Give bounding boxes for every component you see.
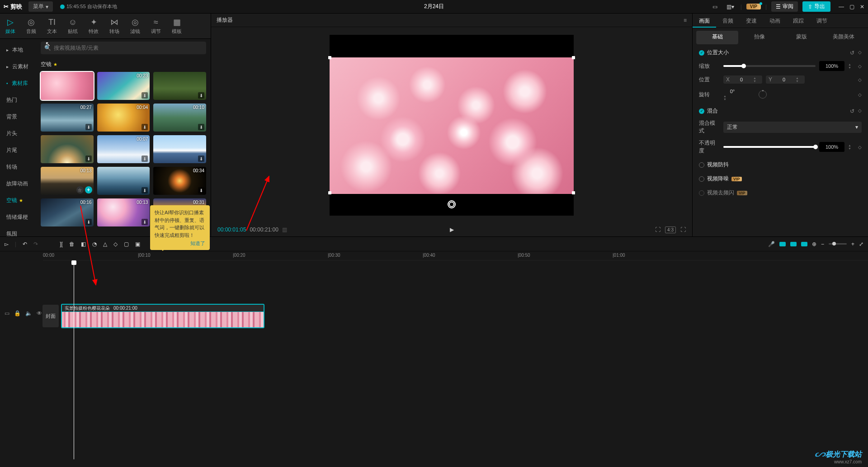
- undo-icon[interactable]: ↶: [23, 241, 27, 247]
- keyframe-icon[interactable]: ◇: [858, 77, 862, 82]
- zoom-slider[interactable]: [829, 243, 847, 245]
- asset-thumb[interactable]: ⬇: [41, 135, 94, 163]
- subtab-beauty[interactable]: 美颜美体: [822, 31, 864, 44]
- download-icon[interactable]: ⬇: [198, 187, 204, 193]
- asset-thumb[interactable]: ⬇: [97, 167, 150, 195]
- export-button[interactable]: ⇧导出: [802, 1, 830, 12]
- asset-thumb[interactable]: ⬇: [153, 135, 206, 163]
- stepper-icon[interactable]: ▲▼: [753, 76, 760, 83]
- pointer-tool-icon[interactable]: ▻: [5, 241, 9, 247]
- download-icon[interactable]: ⬇: [142, 156, 148, 162]
- aspect-ratio[interactable]: 4:3: [665, 226, 676, 233]
- download-icon[interactable]: ⬇: [198, 156, 204, 162]
- check-on-icon[interactable]: ✓: [699, 50, 704, 56]
- ai-icon[interactable]: ▣: [135, 241, 140, 247]
- timeline-clip[interactable]: 实景拍摄粉色樱花花朵 00:00:21:00: [61, 304, 264, 328]
- download-icon[interactable]: ⬇: [198, 92, 204, 99]
- subtab-basic[interactable]: 基础: [696, 31, 738, 44]
- rotate-icon[interactable]: ◇: [113, 241, 118, 247]
- visibility-icon[interactable]: ▭: [5, 310, 9, 316]
- asset-thumb[interactable]: 00:23⬇: [97, 72, 150, 100]
- download-icon[interactable]: ⬇: [198, 124, 204, 130]
- prop-tab-adjust[interactable]: 调节: [810, 14, 834, 28]
- tab-audio[interactable]: ◎音频: [21, 14, 42, 38]
- download-icon[interactable]: ⬇: [142, 92, 148, 99]
- keyframe-icon[interactable]: ◇: [858, 64, 862, 69]
- pos-x-field[interactable]: X▲▼: [723, 75, 762, 84]
- zoom-out-icon[interactable]: −: [821, 241, 824, 247]
- sidebar-item-cloud[interactable]: ▸云素材: [0, 58, 37, 75]
- reset-icon[interactable]: ↺: [850, 108, 854, 114]
- asset-thumb[interactable]: 00:13☆+: [41, 167, 94, 195]
- redo-icon[interactable]: ↷: [33, 241, 38, 247]
- delete-icon[interactable]: 🗑: [69, 241, 75, 247]
- tooltip-ok-button[interactable]: 知道了: [155, 240, 205, 247]
- keyframe-icon[interactable]: ◇: [858, 108, 862, 114]
- hide-icon[interactable]: 👁: [37, 310, 42, 316]
- menu-icon[interactable]: ≡: [684, 17, 687, 24]
- asset-thumb-pink[interactable]: [41, 72, 94, 100]
- minimize-icon[interactable]: —: [839, 4, 844, 10]
- rotate-handle-icon[interactable]: [448, 200, 456, 208]
- toggle-snap[interactable]: [779, 242, 786, 246]
- resize-handle[interactable]: [328, 191, 331, 194]
- tab-template[interactable]: ▦模板: [166, 14, 187, 38]
- sidebar-cat-mood[interactable]: 情绪爆梗: [0, 209, 37, 226]
- keyframe-icon[interactable]: ◇: [858, 92, 862, 97]
- sidebar-cat-hot[interactable]: 热门: [0, 92, 37, 108]
- stepper-icon[interactable]: ▲▼: [848, 63, 854, 69]
- close-icon[interactable]: ✕: [860, 4, 864, 10]
- resize-handle[interactable]: [572, 56, 575, 59]
- stepper-icon[interactable]: ▲▼: [848, 144, 854, 150]
- sidebar-cat-trans[interactable]: 转场: [0, 159, 37, 175]
- pos-y-field[interactable]: Y▲▼: [766, 75, 805, 84]
- asset-search[interactable]: 🔍: [41, 42, 206, 54]
- speed-icon[interactable]: ◔: [92, 241, 97, 247]
- layout-icon[interactable]: ▭: [710, 2, 721, 11]
- review-button[interactable]: ☰审阅: [771, 1, 798, 12]
- tab-transition[interactable]: ⋈转场: [104, 14, 125, 38]
- maximize-icon[interactable]: ▢: [849, 4, 854, 10]
- mirror-icon[interactable]: △: [103, 241, 107, 247]
- opacity-value[interactable]: [819, 142, 844, 152]
- asset-thumb[interactable]: 00:27⬇: [41, 104, 94, 132]
- check-off-icon[interactable]: [699, 176, 704, 182]
- download-icon[interactable]: ⬇: [142, 187, 148, 193]
- vip-badge[interactable]: VIP: [746, 4, 761, 9]
- keyframe-icon[interactable]: ◇: [858, 145, 862, 150]
- favorite-icon[interactable]: ☆: [76, 186, 84, 193]
- check-off-icon[interactable]: [699, 190, 704, 196]
- align-icon[interactable]: ⊕: [812, 241, 816, 247]
- prop-tab-track[interactable]: 跟踪: [787, 14, 810, 28]
- asset-thumb[interactable]: 00:04⬇: [97, 104, 150, 132]
- rotation-dial[interactable]: [759, 90, 767, 99]
- prop-tab-audio[interactable]: 音频: [716, 14, 740, 28]
- add-button[interactable]: +: [85, 186, 92, 193]
- toggle-preview[interactable]: [801, 242, 807, 246]
- panel-icon[interactable]: ▥▾: [725, 2, 736, 11]
- lock-icon[interactable]: 🔒: [14, 310, 21, 316]
- sidebar-item-library[interactable]: •素材库: [0, 75, 37, 92]
- stepper-icon[interactable]: ▲▼: [723, 94, 730, 101]
- sidebar-cat-empty[interactable]: 空镜★: [0, 192, 37, 209]
- safe-zone-icon[interactable]: ⛶: [655, 226, 660, 233]
- blend-mode-select[interactable]: 正常▾: [723, 122, 862, 133]
- tab-adjust[interactable]: ≈调节: [146, 14, 166, 38]
- sidebar-cat-bg[interactable]: 背景: [0, 108, 37, 125]
- subtab-portrait[interactable]: 拍像: [738, 31, 780, 44]
- menu-button[interactable]: 菜单▾: [28, 1, 53, 12]
- sidebar-item-local[interactable]: ▸本地: [0, 42, 37, 58]
- asset-thumb[interactable]: 00:16⬇: [41, 198, 94, 226]
- mute-icon[interactable]: 🔈: [25, 310, 32, 316]
- keyframe-icon[interactable]: ◇: [858, 50, 862, 56]
- play-button[interactable]: ▶: [450, 226, 454, 233]
- tab-text[interactable]: TI文本: [42, 14, 62, 38]
- search-input[interactable]: [54, 45, 203, 51]
- sidebar-cat-intro[interactable]: 片头: [0, 125, 37, 142]
- tab-media[interactable]: ▷媒体: [0, 14, 21, 38]
- asset-thumb[interactable]: 00:34⬇: [153, 167, 206, 195]
- cover-button[interactable]: 封面: [42, 305, 59, 327]
- asset-thumb[interactable]: ⬇: [153, 72, 206, 100]
- rotation-field[interactable]: ▲▼: [723, 88, 755, 101]
- timeline-ruler[interactable]: 00:00 |00:10 |00:20 |00:30 |00:40 |00:50…: [43, 251, 868, 260]
